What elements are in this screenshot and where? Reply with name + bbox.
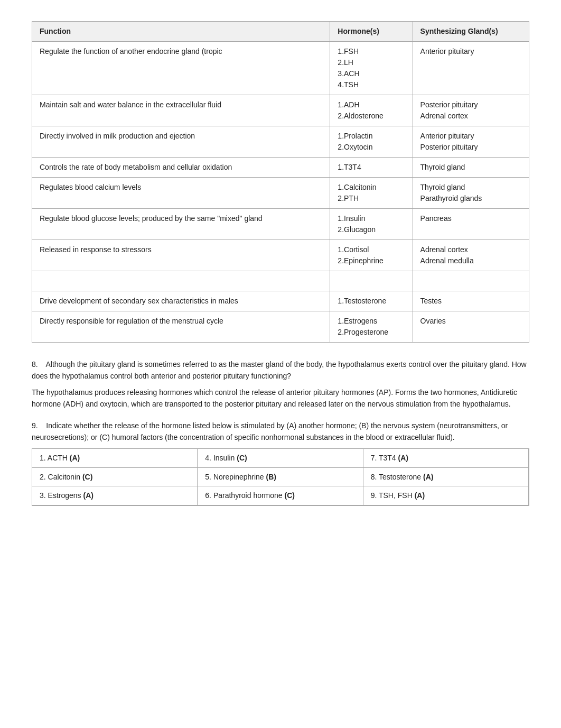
cell-hormones: 1.Estrogens 2.Progesterone <box>330 311 413 343</box>
list-item: 2. Calcitonin (C) <box>32 468 198 486</box>
question-8-text: Although the pituitary gland is sometime… <box>32 360 527 380</box>
cell-glands: Posterior pituitary Adrenal cortex <box>413 95 529 126</box>
cell-glands: Anterior pituitary <box>413 42 529 95</box>
cell-function: Directly involved in milk production and… <box>32 126 330 158</box>
cell-glands: Pancreas <box>413 209 529 240</box>
col-header-hormones: Hormone(s) <box>330 22 413 42</box>
cell-glands: Ovaries <box>413 311 529 343</box>
table-row <box>32 271 529 291</box>
question-9-text: Indicate whether the release of the horm… <box>32 421 508 441</box>
table-row: Regulate blood glucose levels; produced … <box>32 209 529 240</box>
cell-hormones: 1.ADH 2.Aldosterone <box>330 95 413 126</box>
question-9: 9. Indicate whether the release of the h… <box>32 420 529 506</box>
table-row: Directly involved in milk production and… <box>32 126 529 158</box>
list-item: 6. Parathyroid hormone (C) <box>198 486 363 505</box>
list-item: 7. T3T4 (A) <box>363 449 529 467</box>
question-9-grid: 1. ACTH (A)4. Insulin (C)7. T3T4 (A)2. C… <box>32 448 529 505</box>
cell-glands: Thyroid gland Parathyroid glands <box>413 178 529 209</box>
cell-glands: Adrenal cortex Adrenal medulla <box>413 240 529 271</box>
cell-hormones: 1.Testosterone <box>330 291 413 311</box>
cell-function: Regulates blood calcium levels <box>32 178 330 209</box>
cell-function: Regulate the function of another endocri… <box>32 42 330 95</box>
list-item: 5. Norepinephrine (B) <box>198 468 363 486</box>
cell-glands: Thyroid gland <box>413 158 529 178</box>
cell-hormones: 1.T3T4 <box>330 158 413 178</box>
cell-function: Maintain salt and water balance in the e… <box>32 95 330 126</box>
col-header-glands: Synthesizing Gland(s) <box>413 22 529 42</box>
cell-hormones: 1.Prolactin 2.Oxytocin <box>330 126 413 158</box>
cell-hormones: 1.Cortisol 2.Epinephrine <box>330 240 413 271</box>
list-item: 4. Insulin (C) <box>198 449 363 467</box>
hormone-table: Function Hormone(s) Synthesizing Gland(s… <box>32 21 529 343</box>
question-8-answer: The hypothalamus produces releasing horm… <box>32 386 529 410</box>
list-item: 1. ACTH (A) <box>32 449 198 467</box>
cell-hormones: 1.Calcitonin 2.PTH <box>330 178 413 209</box>
table-row: Maintain salt and water balance in the e… <box>32 95 529 126</box>
table-row: Released in response to stressors1.Corti… <box>32 240 529 271</box>
list-item: 9. TSH, FSH (A) <box>363 486 529 505</box>
table-row: Regulate the function of another endocri… <box>32 42 529 95</box>
cell-function: Drive development of secondary sex chara… <box>32 291 330 311</box>
col-header-function: Function <box>32 22 330 42</box>
list-item: 3. Estrogens (A) <box>32 486 198 505</box>
cell-function: Controls the rate of body metabolism and… <box>32 158 330 178</box>
cell-glands: Testes <box>413 291 529 311</box>
cell-function: Directly responsible for regulation of t… <box>32 311 330 343</box>
cell-glands: Anterior pituitary Posterior pituitary <box>413 126 529 158</box>
cell-hormones: 1.FSH 2.LH 3.ACH 4.TSH <box>330 42 413 95</box>
question-8: 8. Although the pituitary gland is somet… <box>32 358 529 410</box>
cell-hormones: 1.Insulin 2.Glucagon <box>330 209 413 240</box>
list-item: 8. Testosterone (A) <box>363 468 529 486</box>
table-row: Controls the rate of body metabolism and… <box>32 158 529 178</box>
question-9-number: 9. <box>32 421 38 430</box>
cell-function: Released in response to stressors <box>32 240 330 271</box>
table-row: Directly responsible for regulation of t… <box>32 311 529 343</box>
question-8-number: 8. <box>32 360 38 368</box>
cell-function: Regulate blood glucose levels; produced … <box>32 209 330 240</box>
table-row: Drive development of secondary sex chara… <box>32 291 529 311</box>
table-row: Regulates blood calcium levels1.Calciton… <box>32 178 529 209</box>
